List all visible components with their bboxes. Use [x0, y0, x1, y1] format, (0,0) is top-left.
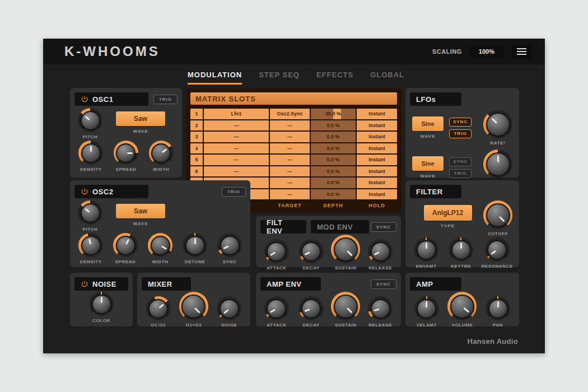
- matrix-hold-cell[interactable]: Instant: [357, 132, 397, 142]
- matrix-hold-cell[interactable]: Instant: [357, 143, 397, 154]
- knob-velamt[interactable]: VELAMT: [412, 296, 441, 328]
- panel-osc2: OSC2 TRIG PITCH Saw WAVE DENSITYSPREADWI…: [70, 180, 250, 267]
- knob-pan[interactable]: PAN: [483, 296, 512, 328]
- lfo2-trig-button[interactable]: TRIG: [449, 169, 472, 178]
- matrix-depth-cell[interactable]: 0.0 %: [311, 143, 356, 154]
- knob-sync[interactable]: SYNC: [215, 233, 244, 264]
- matrix-depth-cell[interactable]: 0.0 %: [311, 166, 356, 177]
- knob-release[interactable]: RELEASE: [366, 239, 395, 270]
- matrix-depth-cell[interactable]: 35.0 %: [311, 109, 356, 119]
- osc2-trig-button[interactable]: TRIG: [222, 187, 246, 197]
- plugin-window: K-WHOOMS SCALING 100% MODULATIONSTEP SEQ…: [43, 39, 545, 353]
- matrix-target-cell[interactable]: ---: [270, 178, 310, 188]
- knob-rate-[interactable]: RATE*: [483, 110, 512, 146]
- matrix-target-cell[interactable]: ---: [270, 189, 310, 200]
- matrix-hold-cell[interactable]: Instant: [357, 178, 397, 188]
- matrix-depth-cell[interactable]: 0.0 %: [311, 189, 356, 200]
- knob-resonance[interactable]: RESONANCE: [481, 237, 513, 269]
- knob-label: PAN: [493, 323, 503, 328]
- tab-modulation[interactable]: MODULATION: [188, 71, 242, 85]
- knob-label: RELEASE: [368, 265, 392, 270]
- matrix-target-cell[interactable]: Osc2.Sync: [270, 109, 310, 119]
- knob-o1-o2[interactable]: O1:O2: [144, 296, 173, 328]
- lfo1-trig-button[interactable]: TRIG: [449, 129, 472, 138]
- matrix-hold-cell[interactable]: Instant: [357, 166, 397, 177]
- knob-release[interactable]: RELEASE: [366, 296, 395, 328]
- panel-amp-env: AMP ENV SYNC ATTACKDECAYSUSTAINRELEASE: [256, 273, 401, 326]
- matrix-target-cell[interactable]: ---: [270, 143, 310, 154]
- knob-pitch[interactable]: PITCH: [76, 200, 105, 232]
- power-icon[interactable]: [81, 95, 88, 103]
- matrix-target-cell[interactable]: ---: [270, 120, 310, 131]
- knob-noise[interactable]: NOISE: [214, 296, 244, 328]
- filt-env-sync-button[interactable]: SYNC: [371, 222, 396, 232]
- matrix-source-cell[interactable]: ---: [204, 143, 269, 154]
- amp-env-title-box: AMP ENV: [260, 277, 321, 291]
- matrix-depth-cell[interactable]: 0.0 %: [311, 155, 356, 165]
- lfo2-wave-dropdown[interactable]: Sine: [412, 156, 444, 171]
- filter-title-box: FILTER: [410, 185, 461, 198]
- power-icon[interactable]: [81, 188, 88, 195]
- osc1-title-box[interactable]: OSC1: [74, 92, 148, 106]
- scaling-value-dropdown[interactable]: 100%: [470, 45, 503, 58]
- matrix-hold-cell[interactable]: Instant: [357, 189, 397, 200]
- mod-env-tab[interactable]: MOD ENV: [311, 220, 369, 234]
- matrix-depth-cell[interactable]: 0.0 %: [311, 132, 356, 142]
- matrix-source-cell[interactable]: Lfo1: [204, 109, 269, 119]
- knob-attack[interactable]: ATTACK: [262, 296, 291, 328]
- matrix-source-cell[interactable]: ---: [204, 155, 269, 165]
- knob-decay[interactable]: DECAY: [297, 239, 326, 270]
- matrix-hold-cell[interactable]: Instant: [357, 155, 397, 165]
- knob-label: NOISE: [221, 323, 237, 328]
- knob-envamt[interactable]: ENVAMT: [412, 237, 441, 269]
- amp-env-sync-button[interactable]: SYNC: [371, 279, 396, 289]
- knob-density[interactable]: DENSITY: [76, 233, 105, 264]
- osc2-wave-dropdown[interactable]: Saw: [116, 204, 165, 218]
- osc1-wave-dropdown[interactable]: Saw: [116, 111, 165, 126]
- knob-label: RATE*: [490, 141, 505, 146]
- matrix-hold-cell[interactable]: Instant: [357, 109, 397, 119]
- knob-sustain[interactable]: SUSTAIN: [331, 292, 360, 328]
- matrix-hold-cell[interactable]: Instant: [357, 120, 397, 131]
- matrix-depth-cell[interactable]: 0.0 %: [311, 178, 356, 188]
- filter-type-dropdown[interactable]: AnlgLP12: [424, 205, 472, 221]
- knob-keytrk[interactable]: KEYTRK: [446, 237, 475, 269]
- matrix-source-cell[interactable]: ---: [204, 166, 269, 177]
- knob-sustain[interactable]: SUSTAIN: [331, 235, 360, 270]
- knob-color[interactable]: COLOR: [87, 292, 116, 323]
- matrix-target-cell[interactable]: ---: [270, 132, 310, 142]
- tab-global[interactable]: GLOBAL: [370, 71, 404, 85]
- matrix-target-cell[interactable]: ---: [270, 166, 310, 177]
- knob-attack[interactable]: ATTACK: [262, 239, 291, 270]
- knob-o1-o2[interactable]: O1+O2: [179, 292, 208, 328]
- knob-detune[interactable]: DETUNE: [180, 233, 209, 264]
- matrix-source-cell[interactable]: ---: [204, 120, 269, 131]
- filt-env-tab[interactable]: FILT ENV: [260, 220, 306, 234]
- knob-label: WIDTH: [153, 167, 169, 172]
- knob-volume[interactable]: VOLUME: [447, 292, 477, 328]
- matrix-depth-cell[interactable]: 0.0 %: [311, 120, 356, 131]
- knob-spread[interactable]: SPREAD: [111, 233, 140, 264]
- knob-density[interactable]: DENSITY: [76, 141, 105, 172]
- matrix-target-cell[interactable]: ---: [270, 155, 310, 165]
- hamburger-menu-icon[interactable]: [511, 45, 531, 58]
- knob-width[interactable]: WIDTH: [146, 233, 175, 264]
- lfo1-wave-dropdown[interactable]: Sine: [412, 116, 444, 131]
- knob-label: VELAMT: [417, 323, 437, 328]
- osc1-trig-button[interactable]: TRIG: [153, 95, 178, 104]
- plugin-logo: K-WHOOMS: [64, 44, 160, 59]
- knob-spread[interactable]: SPREAD: [111, 141, 141, 172]
- osc2-title-box[interactable]: OSC2: [74, 185, 148, 198]
- lfo2-sync-button[interactable]: SYNC: [449, 157, 472, 166]
- knob-pitch[interactable]: PITCH: [76, 108, 105, 139]
- tab-effects[interactable]: EFFECTS: [316, 71, 353, 85]
- knob-width[interactable]: WIDTH: [147, 141, 176, 172]
- matrix-row-number: 5: [190, 155, 203, 165]
- knob-cutoff[interactable]: CUTOFF: [483, 200, 512, 236]
- knob-decay[interactable]: DECAY: [297, 296, 326, 328]
- tab-step-seq[interactable]: STEP SEQ: [259, 71, 300, 85]
- matrix-source-cell[interactable]: ---: [204, 132, 269, 142]
- power-icon[interactable]: [81, 280, 88, 288]
- lfo1-sync-button[interactable]: SYNC: [449, 118, 472, 127]
- noise-title-box[interactable]: NOISE: [74, 277, 128, 291]
